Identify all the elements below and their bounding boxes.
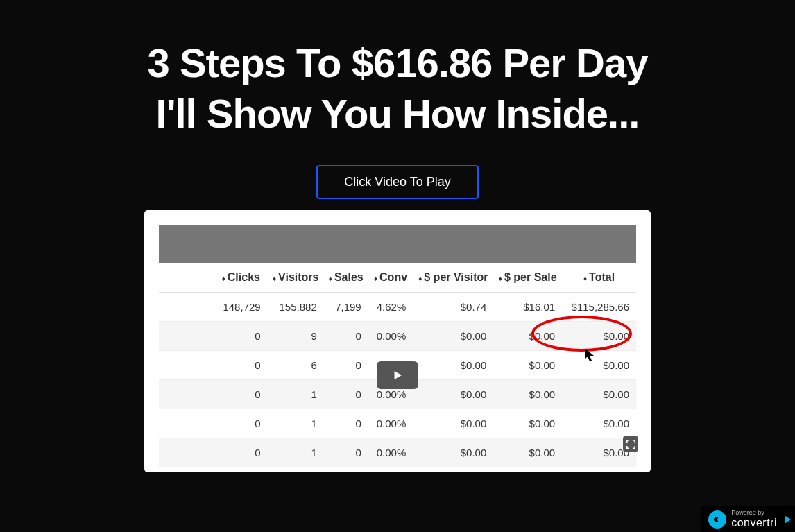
cell: 7,199 — [324, 293, 368, 322]
table-row: 0 1 0 0.00% $0.00 $0.00 $0.00 — [159, 409, 636, 438]
powered-by-label: Powered by — [731, 510, 777, 516]
cell: $0.00 — [493, 380, 562, 409]
cell: 0 — [324, 409, 368, 438]
cell: 4.62% — [368, 293, 413, 322]
sort-icon: ♦ — [499, 275, 502, 282]
cell: $0.00 — [413, 380, 493, 409]
cell: 0 — [214, 409, 268, 438]
cell: 1 — [268, 380, 324, 409]
badge-text: Powered by convertri — [731, 510, 777, 529]
cell: $16.01 — [493, 293, 562, 322]
play-icon — [391, 369, 404, 381]
cell: $0.00 — [562, 380, 636, 409]
cell: 1 — [268, 409, 324, 438]
cell: 0.00% — [368, 438, 413, 467]
cell: 9 — [268, 322, 324, 351]
cell: $0.00 — [562, 322, 636, 351]
cell: $0.00 — [413, 409, 493, 438]
cell: 0 — [324, 438, 368, 467]
col-per-visitor: $ per Visitor — [424, 271, 488, 283]
cell: 155,882 — [268, 293, 324, 322]
cell: 1 — [268, 438, 324, 467]
cell: 0 — [214, 351, 268, 380]
cell: $0.00 — [493, 322, 562, 351]
cell: $0.00 — [493, 438, 562, 467]
page-headline: 3 Steps To $616.86 Per Day I'll Show You… — [148, 38, 648, 139]
cell: 0 — [324, 322, 368, 351]
cell: 148,729 — [214, 293, 268, 322]
sort-icon: ♦ — [329, 275, 332, 282]
cell: $0.00 — [413, 351, 493, 380]
cell: $0.00 — [562, 351, 636, 380]
sort-icon: ♦ — [418, 275, 422, 282]
fullscreen-button[interactable] — [623, 436, 638, 452]
video-container[interactable]: ♦Clicks ♦Visitors ♦Sales ♦Conv ♦$ per Vi… — [144, 210, 651, 472]
cell: $0.00 — [493, 409, 562, 438]
col-sales: Sales — [334, 271, 364, 283]
col-visitors: Visitors — [278, 271, 318, 283]
cell: $0.00 — [562, 409, 636, 438]
badge-play-icon — [785, 515, 791, 524]
cell: $115,285.66 — [562, 293, 636, 322]
table-header-row: ♦Clicks ♦Visitors ♦Sales ♦Conv ♦$ per Vi… — [159, 263, 636, 293]
powered-by-badge[interactable]: Powered by convertri — [701, 506, 795, 532]
table-row: 0 1 0 0.00% $0.00 $0.00 $0.00 — [159, 438, 636, 467]
play-button[interactable] — [377, 361, 418, 389]
convertri-logo-icon — [708, 510, 726, 529]
sort-icon: ♦ — [374, 275, 377, 282]
col-per-sale: $ per Sale — [504, 271, 557, 283]
cell: $0.00 — [413, 322, 493, 351]
table-header-band — [159, 225, 636, 263]
brand-name: convertri — [731, 517, 777, 529]
table-row: 0 9 0 0.00% $0.00 $0.00 $0.00 — [159, 322, 636, 351]
table-row: 148,729 155,882 7,199 4.62% $0.74 $16.01… — [159, 293, 636, 322]
col-clicks: Clicks — [228, 271, 260, 283]
cell: 0 — [214, 380, 268, 409]
cell: 0.00% — [368, 409, 413, 438]
cell: $0.00 — [413, 438, 493, 467]
cell: 0 — [214, 438, 268, 467]
headline-line1: 3 Steps To $616.86 Per Day — [148, 40, 648, 85]
cell: $0.00 — [493, 351, 562, 380]
sort-icon: ♦ — [273, 275, 276, 282]
cell: 0 — [324, 351, 368, 380]
cell: 0 — [214, 322, 268, 351]
sort-icon: ♦ — [222, 275, 225, 282]
cell: 0.00% — [368, 322, 413, 351]
headline-line2: I'll Show You How Inside... — [156, 91, 640, 136]
cell: $0.74 — [413, 293, 493, 322]
sort-icon: ♦ — [583, 275, 587, 282]
cell: 6 — [268, 351, 324, 380]
col-conv: Conv — [379, 271, 407, 283]
click-video-button[interactable]: Click Video To Play — [316, 165, 478, 199]
cell: 0 — [324, 380, 368, 409]
fullscreen-icon — [626, 440, 635, 449]
col-total: Total — [589, 271, 615, 283]
